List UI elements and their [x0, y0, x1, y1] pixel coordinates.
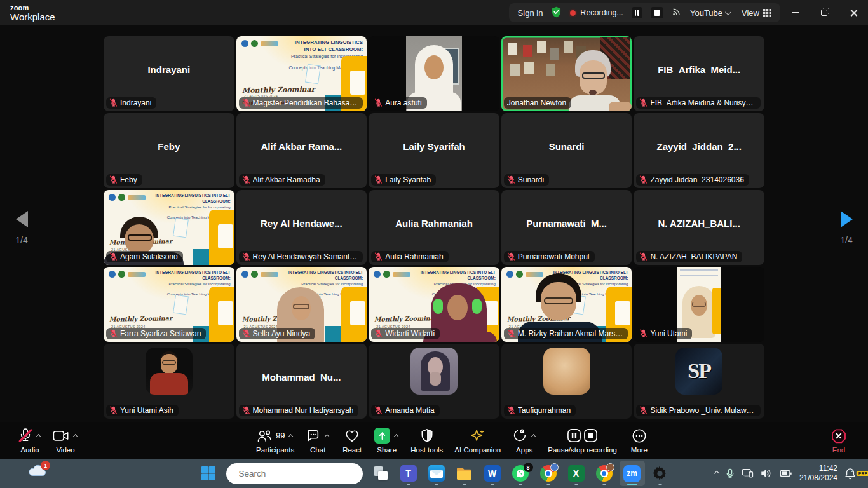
participants-button[interactable]: 99 Participants — [250, 427, 300, 454]
tray-battery-icon[interactable] — [780, 469, 792, 478]
apps-options-chevron[interactable] — [531, 434, 536, 439]
participant-name-label: Widarti Widarti — [371, 328, 440, 339]
teams-app-icon[interactable]: T — [396, 461, 421, 486]
tray-cast-icon[interactable] — [742, 468, 754, 478]
share-options-chevron[interactable] — [394, 434, 399, 439]
mic-muted-icon — [639, 175, 648, 184]
minimize-button[interactable] — [780, 0, 810, 25]
whatsapp-icon[interactable]: 8 — [508, 461, 533, 486]
view-button[interactable]: View — [742, 8, 771, 18]
ai-companion-button[interactable]: AI Companion — [449, 427, 506, 454]
search-input[interactable] — [239, 469, 351, 478]
gallery-previous-page[interactable]: 1/4 — [3, 211, 41, 245]
participant-tile[interactable]: Taufiqurrahman — [501, 344, 632, 419]
task-view-button[interactable] — [368, 461, 393, 486]
participant-tile[interactable]: Rey Al Hendawe...Rey Al Hendaweyah Saman… — [236, 190, 367, 265]
tray-volume-icon[interactable] — [761, 468, 773, 478]
mail-app-icon[interactable] — [424, 461, 449, 486]
pause-stop-recording-button[interactable]: Pause/stop recording — [542, 427, 623, 454]
participant-tile[interactable]: INTEGRATING LINGUISTICS INTO ELT CLASSRO… — [236, 36, 367, 111]
excel-app-icon[interactable]: X — [564, 461, 589, 486]
start-button[interactable] — [196, 461, 221, 486]
video-options-chevron[interactable] — [72, 434, 78, 439]
previous-page-arrow-icon[interactable] — [16, 211, 28, 227]
settings-icon[interactable] — [648, 461, 673, 486]
participant-tile[interactable]: FIB_Arfika Meid...FIB_Arfika Meidina & N… — [634, 36, 764, 111]
audio-button[interactable]: Audio — [13, 427, 47, 454]
taskbar-clock[interactable]: 11:42 21/08/2024 — [799, 464, 837, 483]
chat-options-chevron[interactable] — [325, 434, 330, 439]
participant-tile[interactable]: INTEGRATING LINGUISTICS INTO ELT CLASSRO… — [501, 267, 632, 342]
chrome-icon[interactable] — [536, 461, 561, 486]
apps-button[interactable]: Apps — [506, 427, 542, 454]
participant-tile[interactable]: SunardiSunardi — [501, 113, 632, 188]
pause-recording-button[interactable] — [632, 7, 642, 18]
participant-name-text: Farra Syarliza Setiawan — [120, 329, 201, 338]
participant-tile[interactable]: Laily SyarifahLaily Syarifah — [369, 113, 499, 188]
chat-label: Chat — [310, 446, 325, 454]
participant-tile[interactable]: Purnamawati M...Purnamawati Mohpul — [501, 190, 632, 265]
participant-tile[interactable]: INTEGRATING LINGUISTICS INTO ELT CLASSRO… — [104, 267, 234, 342]
participant-tile[interactable]: Yuni Utami Asih — [104, 344, 234, 419]
stop-recording-button[interactable] — [651, 7, 663, 18]
security-shield-icon[interactable] — [551, 6, 562, 20]
participant-tile[interactable]: Aura astuti — [369, 36, 499, 111]
more-button[interactable]: More — [623, 427, 656, 454]
mic-muted-icon — [639, 329, 648, 338]
file-explorer-icon[interactable] — [452, 461, 477, 486]
react-button[interactable]: React — [336, 427, 369, 454]
grid-view-icon — [763, 9, 771, 17]
participant-name-label: Zayyid Jiddan_2314026036 — [636, 174, 749, 186]
taskbar-search-box[interactable] — [226, 463, 363, 484]
next-page-arrow-icon[interactable] — [841, 211, 853, 227]
participant-tile[interactable]: IndrayaniIndrayani — [104, 36, 234, 111]
sign-in-button[interactable]: Sign in — [518, 8, 543, 18]
chat-button[interactable]: Chat — [300, 427, 336, 454]
participant-tile[interactable]: FebyFeby — [104, 113, 234, 188]
participant-tile[interactable]: Zayyid Jiddan_2...Zayyid Jiddan_23140260… — [634, 113, 764, 188]
mic-muted-icon — [374, 98, 383, 107]
audio-options-chevron[interactable] — [36, 434, 41, 439]
participant-name-text: Laily Syarifah — [385, 175, 431, 184]
tray-date: 21/08/2024 — [799, 473, 837, 483]
chrome-profile2-icon[interactable] — [592, 461, 617, 486]
tray-microphone-icon[interactable] — [726, 468, 735, 479]
participant-name-text: Jonathan Newton — [507, 98, 566, 107]
participant-tile[interactable]: N. AZIZAH_BALI...N. AZIZAH_BALIKPAPAN — [634, 190, 764, 265]
participant-tile[interactable]: Alif Akbar Rama...Alif Akbar Ramadha — [236, 113, 367, 188]
zoom-app-icon[interactable]: zm — [620, 461, 645, 486]
tray-show-hidden-icons[interactable] — [714, 471, 719, 476]
live-stream-icon — [672, 8, 682, 18]
participant-tile[interactable]: Mohammad Nu...Mohammad Nur Hadiyansyah — [236, 344, 367, 419]
gallery-next-page[interactable]: 1/4 — [827, 211, 865, 245]
participant-tile[interactable]: INTEGRATING LINGUISTICS INTO ELT CLASSRO… — [236, 267, 367, 342]
chrome-logo-icon — [596, 465, 613, 482]
video-button[interactable]: Video — [47, 427, 84, 454]
participant-tile[interactable]: INTEGRATING LINGUISTICS INTO ELT CLASSRO… — [369, 267, 499, 342]
participant-tile[interactable]: INTEGRATING LINGUISTICS INTO ELT CLASSRO… — [104, 190, 234, 265]
participant-tile[interactable]: Amanda Mutia — [369, 344, 499, 419]
end-meeting-button[interactable]: End — [822, 427, 855, 454]
youtube-live-menu[interactable]: YouTube — [690, 8, 729, 18]
share-button[interactable]: Share — [369, 427, 405, 454]
participant-name-label: Aura astuti — [371, 97, 426, 109]
participant-tile[interactable]: Jonathan Newton — [501, 36, 632, 111]
more-ellipsis-icon — [632, 428, 647, 444]
notification-bell-icon[interactable]: z — [844, 468, 856, 480]
participant-name-label: Taufiqurrahman — [504, 405, 576, 416]
participant-name-label: Sidik Prabowo _Univ. Mulawar... — [636, 405, 761, 416]
restore-button[interactable] — [810, 0, 839, 25]
close-button[interactable] — [839, 0, 868, 25]
participants-options-chevron[interactable] — [288, 434, 294, 439]
react-label: React — [342, 446, 362, 454]
onedrive-cloud-icon[interactable]: 1 — [27, 463, 46, 480]
host-tools-button[interactable]: Host tools — [405, 427, 449, 454]
participant-tile[interactable]: Aulia RahmaniahAulia Rahmaniah — [369, 190, 499, 265]
participant-tile[interactable]: Yuni Utami — [634, 267, 764, 342]
mic-muted-icon — [109, 252, 118, 261]
participant-name-label: Alif Akbar Ramadha — [239, 174, 325, 186]
participant-name-text: Amanda Mutia — [385, 406, 434, 415]
participant-tile[interactable]: SPSidik Prabowo _Univ. Mulawar... — [634, 344, 764, 419]
word-app-icon[interactable]: W — [480, 461, 505, 486]
participant-name-label: Purnamawati Mohpul — [504, 251, 595, 262]
